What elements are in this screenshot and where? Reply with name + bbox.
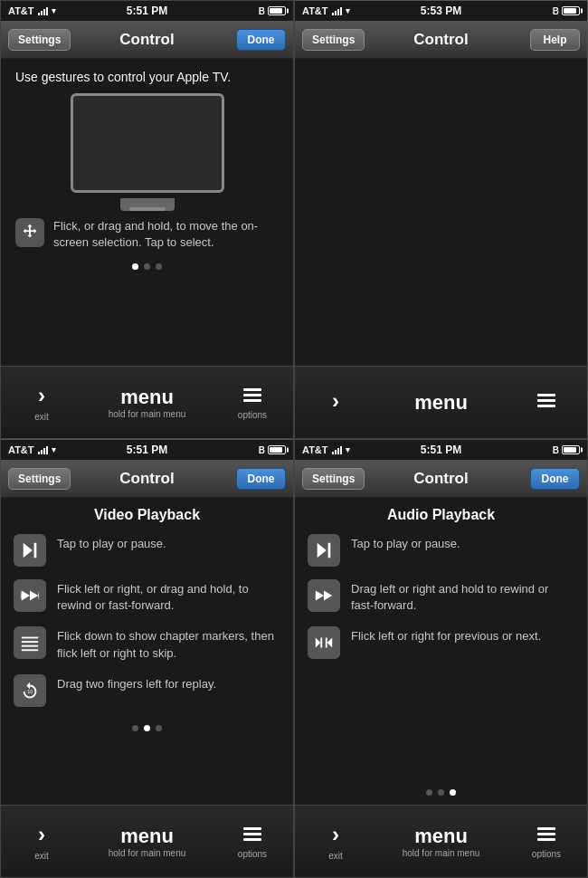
play-pause-svg-1: [20, 540, 40, 560]
exit-button-1[interactable]: › exit: [19, 383, 64, 422]
status-right-1: B: [259, 6, 286, 16]
play-pause-icon-2: [308, 534, 340, 567]
panel-bottom-right: AT&T ▾ 5:51 PM B Settings Control Done A…: [294, 439, 588, 878]
svg-rect-15: [22, 650, 38, 652]
video-playback-area: Video Playback Tap to play or pause.: [1, 498, 293, 805]
rewind-ff-icon-2: [308, 579, 340, 612]
svg-rect-21: [328, 543, 331, 558]
svg-rect-30: [537, 838, 555, 841]
done-button-4[interactable]: Done: [530, 468, 580, 490]
svg-rect-0: [243, 388, 261, 391]
play-pause-svg-2: [314, 540, 334, 560]
svg-rect-25: [320, 638, 322, 648]
video-item-4: 10 Drag two fingers left for replay.: [14, 674, 280, 707]
status-bar-3: AT&T ▾ 5:51 PM B: [1, 440, 293, 460]
svg-marker-8: [22, 591, 30, 601]
menu-button-1[interactable]: menu hold for main menu: [109, 386, 186, 419]
options-icon-1: [242, 385, 263, 406]
settings-button-2[interactable]: Settings: [302, 29, 365, 51]
control-bar-1: › exit menu hold for main menu options: [1, 366, 293, 438]
nav-title-4: Control: [413, 470, 468, 488]
done-button-3[interactable]: Done: [236, 468, 286, 490]
svg-marker-22: [316, 591, 324, 601]
status-left-1: AT&T ▾: [8, 5, 56, 16]
audio-text-3: Flick left or right for previous or next…: [351, 626, 541, 644]
menu-button-4[interactable]: menu hold for main menu: [403, 825, 480, 858]
dot-3: [156, 263, 162, 270]
menu-icon-2: menu: [414, 391, 468, 415]
svg-rect-4: [537, 399, 555, 402]
audio-text-1: Tap to play or pause.: [351, 534, 460, 552]
options-button-1[interactable]: options: [230, 385, 275, 420]
done-button-1[interactable]: Done: [236, 29, 286, 51]
menu-button-2[interactable]: menu: [414, 391, 468, 415]
options-button-3[interactable]: options: [230, 824, 275, 859]
dot-3-3: [156, 725, 162, 731]
audio-playback-area: Audio Playback Tap to play or pause.: [295, 498, 587, 805]
options-icon-4: [536, 824, 557, 845]
nav-bar-1: Settings Control Done: [1, 21, 293, 59]
dot-4-1: [426, 789, 432, 796]
menu-sublabel-1: hold for main menu: [109, 409, 186, 419]
video-text-1: Tap to play or pause.: [57, 534, 166, 552]
help-button[interactable]: Help: [530, 29, 580, 51]
nav-bar-4: Settings Control Done: [295, 460, 587, 498]
chevron-right-icon-4: ›: [332, 822, 339, 847]
video-item-3: Flick down to show chapter markers, then…: [14, 626, 280, 661]
video-item-1: Tap to play or pause.: [14, 534, 280, 567]
tv-illustration: [71, 93, 224, 211]
dot-4-3: [450, 789, 456, 796]
settings-button-3[interactable]: Settings: [8, 468, 71, 490]
gesture-description: Flick, or drag and hold, to move the on-…: [53, 218, 279, 251]
prev-next-icon: [308, 626, 340, 659]
video-playback-content: Video Playback Tap to play or pause.: [1, 498, 293, 805]
carrier-label-3: AT&T: [8, 444, 34, 455]
options-label-4: options: [532, 849, 561, 859]
exit-label-4: exit: [328, 851, 343, 861]
svg-rect-12: [22, 637, 38, 639]
menu-sublabel-3: hold for main menu: [109, 848, 186, 858]
options-icon-2: [536, 390, 557, 412]
menu-button-3[interactable]: menu hold for main menu: [109, 825, 186, 858]
options-label-1: options: [238, 410, 267, 420]
menu-icon-3: menu: [120, 825, 174, 848]
status-right-3: B: [259, 445, 286, 455]
signal-bars-1: [38, 6, 48, 15]
time-4: 5:51 PM: [421, 444, 461, 456]
svg-rect-2: [243, 399, 261, 402]
svg-rect-17: [243, 827, 261, 830]
remote-area: [295, 59, 587, 366]
time-2: 5:53 PM: [421, 5, 461, 17]
battery-1: [268, 6, 286, 15]
menu-sublabel-4: hold for main menu: [403, 848, 480, 858]
options-button-4[interactable]: options: [524, 824, 569, 859]
status-right-2: B: [553, 6, 580, 16]
time-3: 5:51 PM: [127, 444, 167, 456]
video-text-3: Flick down to show chapter markers, then…: [57, 626, 280, 661]
status-bar-1: AT&T ▾ 5:51 PM B: [1, 1, 293, 21]
exit-label-3: exit: [34, 851, 49, 861]
menu-icon-4: menu: [414, 825, 468, 848]
panel-top-left: AT&T ▾ 5:51 PM B Settings Control Done U…: [0, 0, 294, 439]
gesture-area: Use gestures to control your Apple TV. F…: [1, 59, 293, 366]
chapters-svg: [20, 633, 40, 653]
carrier-label-4: AT&T: [302, 444, 328, 455]
settings-button-1[interactable]: Settings: [8, 29, 71, 51]
signal-bars-3: [38, 445, 48, 454]
svg-rect-28: [537, 827, 555, 830]
options-button-2[interactable]: [524, 390, 569, 415]
dot-3-1: [132, 725, 138, 731]
audio-item-1: Tap to play or pause.: [308, 534, 574, 567]
control-bar-3: › exit menu hold for main menu options: [1, 805, 293, 877]
settings-button-4[interactable]: Settings: [302, 468, 365, 490]
play-pause-icon-1: [14, 534, 46, 567]
audio-playback-content: Audio Playback Tap to play or pause.: [295, 498, 587, 805]
rewind-ff-svg-1: [20, 586, 40, 606]
signal-bars-4: [332, 445, 342, 454]
bluetooth-icon-3: B: [259, 445, 265, 455]
replay-icon: 10: [14, 674, 46, 707]
exit-button-3[interactable]: › exit: [19, 822, 64, 861]
exit-button-2[interactable]: ›: [313, 388, 358, 417]
exit-button-4[interactable]: › exit: [313, 822, 358, 861]
chevron-right-icon-1: ›: [38, 383, 45, 408]
